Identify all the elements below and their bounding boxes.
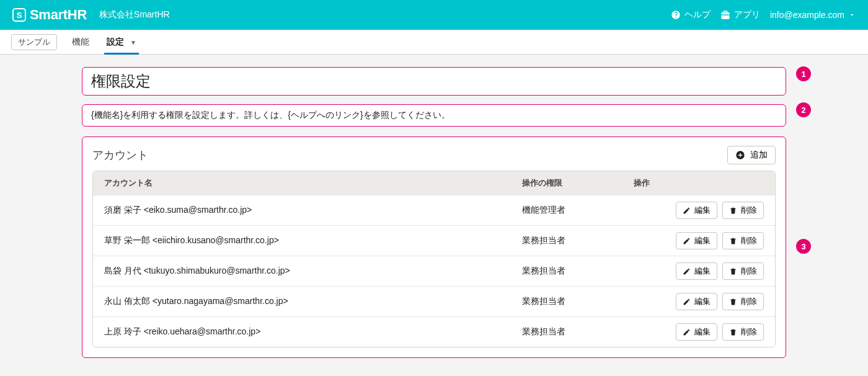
chevron-down-icon: ▼ <box>130 39 136 46</box>
cell-actions: 編集 削除 <box>634 232 764 249</box>
trash-icon <box>729 328 737 336</box>
table-row: 島袋 月代 <tukuyo.shimabukuro@smarthr.co.jp>… <box>93 256 775 286</box>
page-description-region: {機能名}を利用する権限を設定します。詳しくは、{ヘルプへのリンク}を参照してく… <box>82 104 786 127</box>
cell-permission: 業務担当者 <box>522 235 634 246</box>
logo-text: SmartHR <box>30 7 87 23</box>
col-permission: 操作の権限 <box>522 177 634 189</box>
delete-button[interactable]: 削除 <box>722 262 764 280</box>
cell-account-name: 草野 栄一郎 <eiichiro.kusano@smarthr.co.jp> <box>104 235 522 246</box>
delete-label: 削除 <box>741 326 757 338</box>
pencil-icon <box>683 237 691 245</box>
pencil-icon <box>683 328 691 336</box>
edit-label: 編集 <box>694 326 711 338</box>
cell-account-name: 永山 侑太郎 <yutaro.nagayama@smarthr.co.jp> <box>104 296 522 307</box>
help-icon <box>671 10 681 20</box>
pencil-icon <box>683 207 691 215</box>
logo-icon: S <box>12 8 26 22</box>
cell-permission: 機能管理者 <box>522 205 634 216</box>
col-actions: 操作 <box>634 177 764 189</box>
cell-account-name: 須磨 栄子 <eiko.suma@smarthr.co.jp> <box>104 205 522 216</box>
trash-icon <box>729 298 737 306</box>
cell-actions: 編集 削除 <box>634 293 764 310</box>
edit-label: 編集 <box>694 235 711 246</box>
table-header: アカウント名 操作の権限 操作 <box>93 171 775 195</box>
col-account-name: アカウント名 <box>104 177 522 189</box>
apps-label: アプリ <box>734 9 760 20</box>
annotation-badge-3: 3 <box>796 239 811 254</box>
edit-label: 編集 <box>694 205 711 216</box>
edit-label: 編集 <box>694 296 711 307</box>
trash-icon <box>729 267 737 275</box>
pencil-icon <box>683 267 691 275</box>
page-title: 権限設定 <box>82 68 786 95</box>
sub-nav: サンプル 機能 設定 ▼ <box>0 30 868 55</box>
accounts-table: アカウント名 操作の権限 操作 須磨 栄子 <eiko.suma@smarthr… <box>92 171 776 347</box>
delete-label: 削除 <box>741 296 757 307</box>
tab-settings-label: 設定 <box>107 37 124 47</box>
cell-permission: 業務担当者 <box>522 266 634 277</box>
account-menu[interactable]: info@example.com <box>770 10 856 20</box>
sample-chip[interactable]: サンプル <box>11 34 57 50</box>
help-link[interactable]: ヘルプ <box>671 9 711 20</box>
cell-account-name: 島袋 月代 <tukuyo.shimabukuro@smarthr.co.jp> <box>104 266 522 277</box>
delete-button[interactable]: 削除 <box>722 232 764 249</box>
account-email: info@example.com <box>770 10 844 20</box>
accounts-panel: アカウント 追加 アカウント名 操作の権限 操作 須磨 栄子 <eiko.sum… <box>82 137 786 358</box>
edit-button[interactable]: 編集 <box>676 262 717 280</box>
cell-actions: 編集 削除 <box>634 262 764 280</box>
delete-label: 削除 <box>741 235 757 246</box>
table-row: 須磨 栄子 <eiko.suma@smarthr.co.jp> 機能管理者 編集… <box>93 195 775 225</box>
cell-permission: 業務担当者 <box>522 326 634 338</box>
trash-icon <box>729 237 737 245</box>
table-row: 草野 栄一郎 <eiichiro.kusano@smarthr.co.jp> 業… <box>93 225 775 256</box>
table-row: 上原 玲子 <reiko.uehara@smarthr.co.jp> 業務担当者… <box>93 316 775 347</box>
edit-button[interactable]: 編集 <box>676 232 717 249</box>
edit-label: 編集 <box>694 266 711 277</box>
global-header: S SmartHR 株式会社SmartHR ヘルプ アプリ info@examp… <box>0 0 868 30</box>
brand-logo[interactable]: S SmartHR <box>12 7 87 23</box>
edit-button[interactable]: 編集 <box>676 293 717 310</box>
delete-label: 削除 <box>741 205 757 216</box>
trash-icon <box>729 207 737 215</box>
tab-settings[interactable]: 設定 ▼ <box>104 30 139 54</box>
toolbox-icon <box>720 10 730 20</box>
plus-circle-icon <box>735 150 745 160</box>
panel-title: アカウント <box>92 148 148 163</box>
apps-link[interactable]: アプリ <box>720 9 760 20</box>
help-label: ヘルプ <box>684 9 711 20</box>
add-account-button[interactable]: 追加 <box>727 146 776 164</box>
delete-label: 削除 <box>741 266 757 277</box>
cell-actions: 編集 削除 <box>634 323 764 341</box>
delete-button[interactable]: 削除 <box>722 202 764 219</box>
cell-actions: 編集 削除 <box>634 202 764 219</box>
table-row: 永山 侑太郎 <yutaro.nagayama@smarthr.co.jp> 業… <box>93 286 775 316</box>
tab-feature[interactable]: 機能 <box>69 30 92 54</box>
edit-button[interactable]: 編集 <box>676 323 717 341</box>
page-description: {機能名}を利用する権限を設定します。詳しくは、{ヘルプへのリンク}を参照してく… <box>91 110 450 120</box>
page-title-region: 権限設定 <box>82 67 786 96</box>
cell-permission: 業務担当者 <box>522 296 634 307</box>
cell-account-name: 上原 玲子 <reiko.uehara@smarthr.co.jp> <box>104 326 522 338</box>
chevron-down-icon <box>848 11 856 19</box>
add-button-label: 追加 <box>750 150 768 161</box>
delete-button[interactable]: 削除 <box>722 293 764 310</box>
company-name: 株式会社SmartHR <box>99 9 170 20</box>
annotation-badge-2: 2 <box>796 102 811 117</box>
annotation-badge-1: 1 <box>796 66 811 81</box>
pencil-icon <box>683 298 691 306</box>
delete-button[interactable]: 削除 <box>722 323 764 341</box>
edit-button[interactable]: 編集 <box>676 202 717 219</box>
